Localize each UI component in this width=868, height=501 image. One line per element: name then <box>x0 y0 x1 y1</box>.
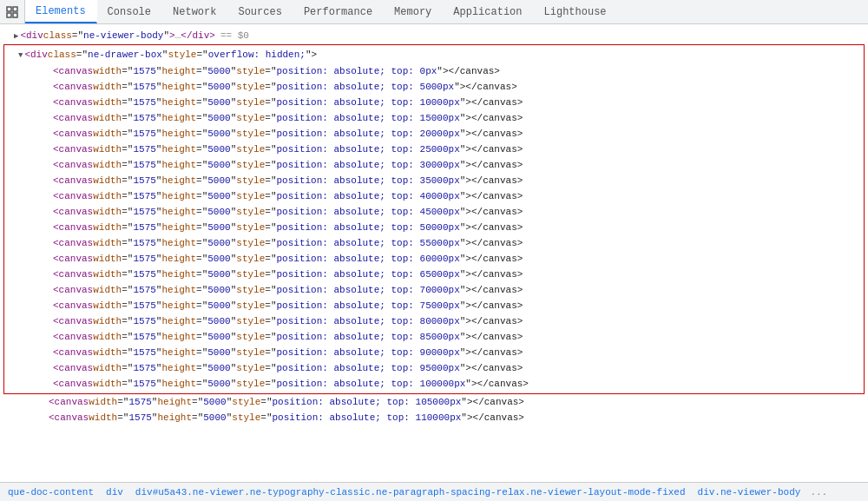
canvas-line[interactable]: <canvas width="1575" height="5000" style… <box>4 220 864 235</box>
canvas-line[interactable]: <canvas width="1575" height="5000" style… <box>4 79 864 95</box>
canvas-line[interactable]: <canvas width="1575" height="5000" style… <box>4 376 864 392</box>
tab-sources[interactable]: Sources <box>227 0 293 23</box>
canvas-line[interactable]: <canvas width="1575" height="5000" style… <box>4 95 864 110</box>
tab-elements[interactable]: Elements <box>25 0 97 23</box>
breadcrumb-more: ... <box>810 487 827 498</box>
canvas-line[interactable]: <canvas width="1575" height="5000" style… <box>4 282 864 298</box>
canvas-line[interactable]: <canvas width="1575" height="5000" style… <box>4 251 864 267</box>
canvas-line[interactable]: <canvas width="1575" height="5000" style… <box>4 63 864 79</box>
canvas-line[interactable]: <canvas width="1575" height="5000" style… <box>4 345 864 360</box>
canvas-line[interactable]: <canvas width="1575" height="5000" style… <box>4 173 864 188</box>
devtools-tab-bar: Elements Console Network Sources Perform… <box>0 0 868 24</box>
canvas-line[interactable]: <canvas width="1575" height="5000" style… <box>4 157 864 173</box>
svg-rect-0 <box>7 7 11 11</box>
canvas-line[interactable]: <canvas width="1575" height="5000" style… <box>4 360 864 376</box>
canvas-line[interactable]: <canvas width="1575" height="5000" style… <box>4 110 864 126</box>
collapse-triangle-open[interactable] <box>18 48 24 63</box>
tab-performance[interactable]: Performance <box>293 0 384 23</box>
devtools-icon-area <box>0 0 25 23</box>
tab-lighthouse[interactable]: Lighthouse <box>534 0 618 23</box>
svg-rect-3 <box>13 13 17 17</box>
devtools-icon <box>5 5 19 19</box>
collapse-triangle[interactable] <box>14 29 20 43</box>
breadcrumb-item-0[interactable]: que-doc-content <box>5 486 96 498</box>
breadcrumb-item-1[interactable]: div <box>103 486 126 498</box>
drawer-box-open-tag[interactable]: <div class="ne-drawer-box" style="overfl… <box>4 47 864 63</box>
breadcrumb-item-3[interactable]: div.ne-viewer-body <box>695 486 804 498</box>
canvas-line[interactable]: <canvas width="1575" height="5000" style… <box>4 126 864 142</box>
html-elements-view[interactable]: <div class="ne-viewer-body"> … </div> ==… <box>0 24 868 482</box>
canvas-line[interactable]: <canvas width="1575" height="5000" style… <box>4 313 864 329</box>
devtools-body: <div class="ne-viewer-body"> … </div> ==… <box>0 24 868 501</box>
canvas-line[interactable]: <canvas width="1575" height="5000" style… <box>4 329 864 345</box>
canvas-line[interactable]: <canvas width="1575" height="5000" style… <box>4 204 864 220</box>
tab-memory[interactable]: Memory <box>384 0 443 23</box>
canvas-line[interactable]: <canvas width="1575" height="5000" style… <box>0 410 868 425</box>
tab-network[interactable]: Network <box>162 0 227 23</box>
canvas-line[interactable]: <canvas width="1575" height="5000" style… <box>4 188 864 204</box>
canvas-line[interactable]: <canvas width="1575" height="5000" style… <box>0 394 868 410</box>
breadcrumb-item-2[interactable]: div#u5a43.ne-viewer.ne-typography-classi… <box>133 486 688 498</box>
svg-rect-2 <box>7 13 11 17</box>
tab-console[interactable]: Console <box>97 0 162 23</box>
breadcrumb-bar: que-doc-content div div#u5a43.ne-viewer.… <box>0 482 868 501</box>
tab-application[interactable]: Application <box>443 0 533 23</box>
canvas-lines-outside-container: <canvas width="1575" height="5000" style… <box>0 394 868 425</box>
html-parent-line[interactable]: <div class="ne-viewer-body"> … </div> ==… <box>0 28 868 44</box>
highlighted-block: <div class="ne-drawer-box" style="overfl… <box>3 44 865 394</box>
canvas-lines-container: <canvas width="1575" height="5000" style… <box>4 63 864 392</box>
svg-rect-1 <box>13 7 17 11</box>
canvas-line[interactable]: <canvas width="1575" height="5000" style… <box>4 142 864 157</box>
canvas-line[interactable]: <canvas width="1575" height="5000" style… <box>4 267 864 282</box>
canvas-line[interactable]: <canvas width="1575" height="5000" style… <box>4 235 864 251</box>
canvas-line[interactable]: <canvas width="1575" height="5000" style… <box>4 298 864 313</box>
